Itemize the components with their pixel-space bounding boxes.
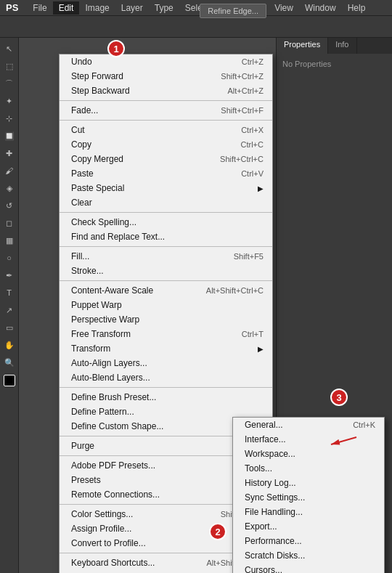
tool-gradient[interactable]: ▦ <box>1 232 17 248</box>
tool-magic-wand[interactable]: ✦ <box>1 93 17 109</box>
panel-content: No Properties <box>277 54 392 74</box>
menu-auto-blend-layers[interactable]: Auto-Blend Layers... <box>60 370 272 385</box>
callout-1: 1 <box>107 40 125 57</box>
menu-clear[interactable]: Clear <box>60 195 272 210</box>
menu-puppet-warp[interactable]: Puppet Warp <box>60 298 272 312</box>
menu-fade[interactable]: Fade...Shift+Ctrl+F <box>60 103 272 118</box>
menu-check-spelling[interactable]: Check Spelling... <box>60 215 272 229</box>
menu-help[interactable]: Help <box>342 1 372 15</box>
tool-type[interactable]: T <box>1 285 17 301</box>
menu-paste[interactable]: PasteCtrl+V <box>60 166 272 181</box>
toolbar: Refine Edge... <box>0 16 392 38</box>
menu-step-forward[interactable]: Step ForwardShift+Ctrl+Z <box>60 69 272 84</box>
sep-1 <box>60 100 272 101</box>
menu-layer[interactable]: Layer <box>115 1 149 15</box>
callout-3: 3 <box>330 389 348 406</box>
menu-edit[interactable]: Edit <box>53 1 80 15</box>
app-logo: PS <box>3 2 21 13</box>
pref-scratch-disks[interactable]: Scratch Disks... <box>233 548 384 563</box>
tool-eyedropper[interactable]: 🔲 <box>1 128 17 144</box>
tool-dodge[interactable]: ○ <box>1 250 17 266</box>
arrow-to-scratch-disks <box>324 430 367 452</box>
tool-path-select[interactable]: ↗ <box>1 302 17 318</box>
menu-type[interactable]: Type <box>149 1 179 15</box>
tool-shape[interactable]: ▭ <box>1 320 17 336</box>
sep-5 <box>60 280 272 281</box>
tool-eraser[interactable]: ◻ <box>1 215 17 231</box>
tool-brush[interactable]: 🖌 <box>1 163 17 179</box>
pref-tools[interactable]: Tools... <box>233 461 384 476</box>
menu-step-backward[interactable]: Step BackwardAlt+Ctrl+Z <box>60 84 272 98</box>
sep-6 <box>60 387 272 388</box>
tool-zoom[interactable]: 🔍 <box>1 354 17 370</box>
menu-copy[interactable]: CopyCtrl+C <box>60 137 272 152</box>
sep-2 <box>60 120 272 121</box>
menu-find-replace[interactable]: Find and Replace Text... <box>60 229 272 244</box>
svg-line-1 <box>331 437 356 444</box>
menu-file[interactable]: File <box>27 1 52 15</box>
callout-2: 2 <box>209 523 226 540</box>
tab-properties[interactable]: Properties <box>277 38 328 54</box>
main-canvas-area: Properties Info No Properties UndoCtrl+Z… <box>19 38 392 573</box>
no-properties-label: No Properties <box>282 60 331 68</box>
menu-image[interactable]: Image <box>79 1 115 15</box>
tool-marquee[interactable]: ⬚ <box>1 58 17 74</box>
menu-paste-special[interactable]: Paste Special▶ <box>60 181 272 195</box>
menu-undo[interactable]: UndoCtrl+Z <box>60 54 272 69</box>
tool-crop[interactable]: ⊹ <box>1 110 17 126</box>
tool-history[interactable]: ↺ <box>1 198 17 214</box>
panel-tabs: Properties Info <box>277 38 392 54</box>
sep-4 <box>60 246 272 247</box>
pref-sync-settings[interactable]: Sync Settings... <box>233 490 384 505</box>
pref-file-handling[interactable]: File Handling... <box>233 505 384 519</box>
tool-lasso[interactable]: ⌒ <box>1 76 17 92</box>
menu-cut[interactable]: CutCtrl+X <box>60 123 272 137</box>
menu-stroke[interactable]: Stroke... <box>60 264 272 278</box>
menu-define-brush[interactable]: Define Brush Preset... <box>60 390 272 405</box>
tool-healing[interactable]: ✚ <box>1 145 17 161</box>
menu-view[interactable]: View <box>269 1 299 15</box>
menu-fill[interactable]: Fill...Shift+F5 <box>60 249 272 264</box>
refine-edge-button[interactable]: Refine Edge... <box>200 4 266 18</box>
tool-move[interactable]: ↖ <box>1 41 17 57</box>
pref-cursors[interactable]: Cursors... <box>233 563 384 573</box>
menu-perspective-warp[interactable]: Perspective Warp <box>60 312 272 327</box>
tool-stamp[interactable]: ◈ <box>1 180 17 196</box>
menu-content-aware-scale[interactable]: Content-Aware ScaleAlt+Shift+Ctrl+C <box>60 283 272 298</box>
menu-copy-merged[interactable]: Copy MergedShift+Ctrl+C <box>60 152 272 166</box>
menu-free-transform[interactable]: Free TransformCtrl+T <box>60 327 272 341</box>
pref-history-log[interactable]: History Log... <box>233 476 384 490</box>
menu-transform[interactable]: Transform▶ <box>60 341 272 356</box>
tool-fg-color[interactable] <box>4 375 15 386</box>
pref-performance[interactable]: Performance... <box>233 534 384 548</box>
tool-hand[interactable]: ✋ <box>1 337 17 353</box>
pref-export[interactable]: Export... <box>233 519 384 534</box>
tool-pen[interactable]: ✒ <box>1 267 17 283</box>
menu-auto-align-layers[interactable]: Auto-Align Layers... <box>60 356 272 370</box>
refine-edge-area: Refine Edge... <box>194 0 272 22</box>
menu-window[interactable]: Window <box>299 1 342 15</box>
tab-info[interactable]: Info <box>328 38 356 54</box>
left-tool-panel: ↖ ⬚ ⌒ ✦ ⊹ 🔲 ✚ 🖌 ◈ ↺ ◻ ▦ ○ ✒ T ↗ ▭ ✋ 🔍 <box>0 38 19 573</box>
sep-3 <box>60 212 272 213</box>
